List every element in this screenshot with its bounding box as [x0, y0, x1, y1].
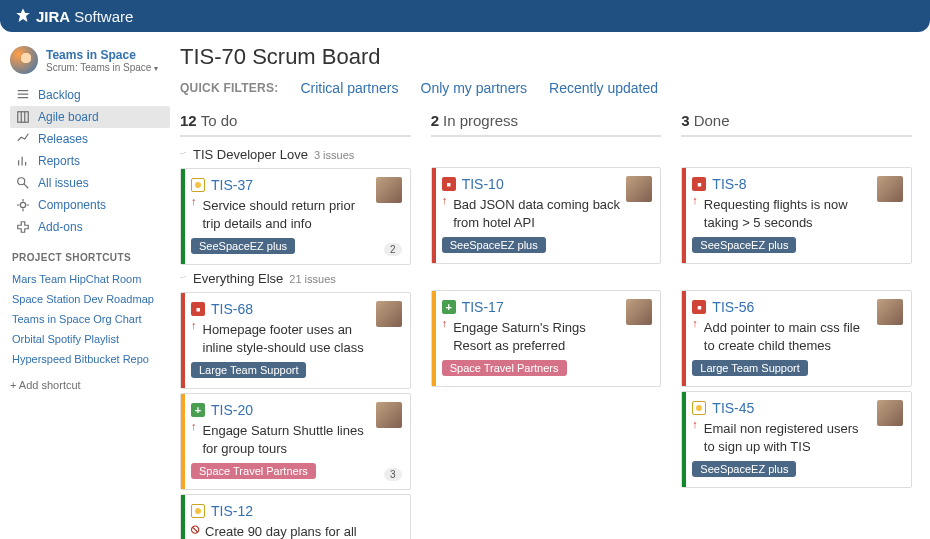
chevron-down-icon: ﹀ [180, 148, 187, 161]
epic-label[interactable]: Large Team Support [692, 360, 807, 376]
issue-key[interactable]: TIS-10 [462, 176, 504, 192]
issue-card[interactable]: TIS-20Engage Saturn Shuttle lines for gr… [180, 393, 411, 490]
issue-key[interactable]: TIS-45 [712, 400, 754, 416]
column-header: 2In progress [431, 112, 662, 137]
filter-recently-updated[interactable]: Recently updated [549, 80, 658, 96]
nav-agile-board[interactable]: Agile board [10, 106, 170, 128]
issue-type-icon [442, 177, 456, 191]
issues-icon [16, 176, 30, 190]
shortcut-item[interactable]: Teams in Space Org Chart [10, 309, 170, 329]
reports-icon [16, 154, 30, 168]
issue-key[interactable]: TIS-56 [712, 299, 754, 315]
quick-filters: QUICK FILTERS: Critical partners Only my… [180, 80, 912, 104]
issue-type-icon [191, 302, 205, 316]
column-done: 3Done TIS-8Requesting flights is now tak… [681, 112, 912, 539]
issue-type-icon [692, 401, 706, 415]
shortcut-item[interactable]: Orbital Spotify Playlist [10, 329, 170, 349]
issue-key[interactable]: TIS-17 [462, 299, 504, 315]
board-title: TIS-70 Scrum Board [180, 44, 912, 70]
main: TIS-70 Scrum Board QUICK FILTERS: Critic… [170, 32, 930, 539]
svg-point-1 [18, 178, 25, 185]
issue-card[interactable]: TIS-10Bad JSON data coming back from hot… [431, 167, 662, 264]
assignee-avatar[interactable] [877, 176, 903, 202]
swimlane-toggle[interactable]: ﹀Everything Else21 issues [180, 271, 411, 286]
card-stripe [432, 291, 436, 386]
card-stripe [181, 394, 185, 489]
nav-backlog[interactable]: Backlog [10, 84, 170, 106]
card-stripe [181, 293, 185, 388]
issue-summary: Service should return prior trip details… [203, 197, 400, 232]
issue-key[interactable]: TIS-37 [211, 177, 253, 193]
assignee-avatar[interactable] [376, 177, 402, 203]
assignee-avatar[interactable] [376, 402, 402, 428]
jira-logo[interactable]: JIRASoftware [14, 7, 133, 25]
shortcuts-list: Mars Team HipChat Room Space Station Dev… [10, 269, 170, 369]
issue-summary: Requesting flights is now taking > 5 sec… [704, 196, 901, 231]
epic-label[interactable]: SeeSpaceEZ plus [692, 461, 796, 477]
card-stripe [682, 168, 686, 263]
issue-card[interactable]: TIS-68Homepage footer uses an inline sty… [180, 292, 411, 389]
subtask-count-badge: 3 [384, 468, 402, 481]
column-todo: 12To do ﹀TIS Developer Love3 issues TIS-… [180, 112, 411, 539]
nav-components[interactable]: Components [10, 194, 170, 216]
nav-all-issues[interactable]: All issues [10, 172, 170, 194]
issue-summary: Homepage footer uses an inline style-sho… [203, 321, 400, 356]
issue-card[interactable]: TIS-8Requesting flights is now taking > … [681, 167, 912, 264]
issue-summary: Engage Saturn's Rings Resort as preferre… [453, 319, 650, 354]
column-header: 3Done [681, 112, 912, 137]
epic-label[interactable]: SeeSpaceEZ plus [191, 238, 295, 254]
subtask-count-badge: 2 [384, 243, 402, 256]
nav-addons[interactable]: Add-ons [10, 216, 170, 238]
assignee-avatar[interactable] [877, 400, 903, 426]
issue-card[interactable]: TIS-45Email non registered users to sign… [681, 391, 912, 488]
issue-card[interactable]: TIS-56Add pointer to main css file to cr… [681, 290, 912, 387]
issue-card[interactable]: TIS-17Engage Saturn's Rings Resort as pr… [431, 290, 662, 387]
add-shortcut-button[interactable]: + Add shortcut [10, 379, 170, 391]
issue-key[interactable]: TIS-20 [211, 402, 253, 418]
epic-label[interactable]: SeeSpaceEZ plus [442, 237, 546, 253]
project-type: Scrum: Teams in Space [46, 62, 158, 73]
column-header: 12To do [180, 112, 411, 137]
project-avatar [10, 46, 38, 74]
priority-icon [692, 317, 700, 329]
epic-label[interactable]: SeeSpaceEZ plus [692, 237, 796, 253]
epic-label[interactable]: Space Travel Partners [442, 360, 567, 376]
swimlane-toggle[interactable]: ﹀TIS Developer Love3 issues [180, 147, 411, 162]
project-switcher[interactable]: Teams in Space Scrum: Teams in Space [10, 46, 170, 74]
card-stripe [682, 392, 686, 487]
issue-key[interactable]: TIS-12 [211, 503, 253, 519]
chevron-down-icon: ﹀ [180, 272, 187, 285]
shortcut-item[interactable]: Mars Team HipChat Room [10, 269, 170, 289]
card-stripe [682, 291, 686, 386]
sidebar: Teams in Space Scrum: Teams in Space Bac… [0, 32, 170, 539]
nav-releases[interactable]: Releases [10, 128, 170, 150]
issue-type-icon [191, 403, 205, 417]
issue-card[interactable]: TIS-37Service should return prior trip d… [180, 168, 411, 265]
svg-point-2 [20, 202, 25, 207]
issue-card[interactable]: TIS-12Create 90 day plans for all depart… [180, 494, 411, 539]
epic-label[interactable]: Space Travel Partners [191, 463, 316, 479]
issue-summary: Bad JSON data coming back from hotel API [453, 196, 650, 231]
filter-critical-partners[interactable]: Critical partners [300, 80, 398, 96]
assignee-avatar[interactable] [626, 176, 652, 202]
issue-key[interactable]: TIS-8 [712, 176, 746, 192]
issue-type-icon [692, 300, 706, 314]
epic-label[interactable]: Large Team Support [191, 362, 306, 378]
card-stripe [181, 169, 185, 264]
priority-icon [191, 319, 199, 331]
assignee-avatar[interactable] [376, 301, 402, 327]
nav-reports[interactable]: Reports [10, 150, 170, 172]
priority-icon [442, 317, 450, 329]
issue-type-icon [191, 178, 205, 192]
shortcut-item[interactable]: Hyperspeed Bitbucket Repo [10, 349, 170, 369]
backlog-icon [16, 88, 30, 102]
assignee-avatar[interactable] [626, 299, 652, 325]
assignee-avatar[interactable] [877, 299, 903, 325]
components-icon [16, 198, 30, 212]
issue-summary: Email non registered users to sign up wi… [704, 420, 901, 455]
shortcut-item[interactable]: Space Station Dev Roadmap [10, 289, 170, 309]
issue-type-icon [191, 504, 205, 518]
issue-summary: Engage Saturn Shuttle lines for group to… [203, 422, 400, 457]
filter-only-my-partners[interactable]: Only my partners [421, 80, 528, 96]
issue-key[interactable]: TIS-68 [211, 301, 253, 317]
